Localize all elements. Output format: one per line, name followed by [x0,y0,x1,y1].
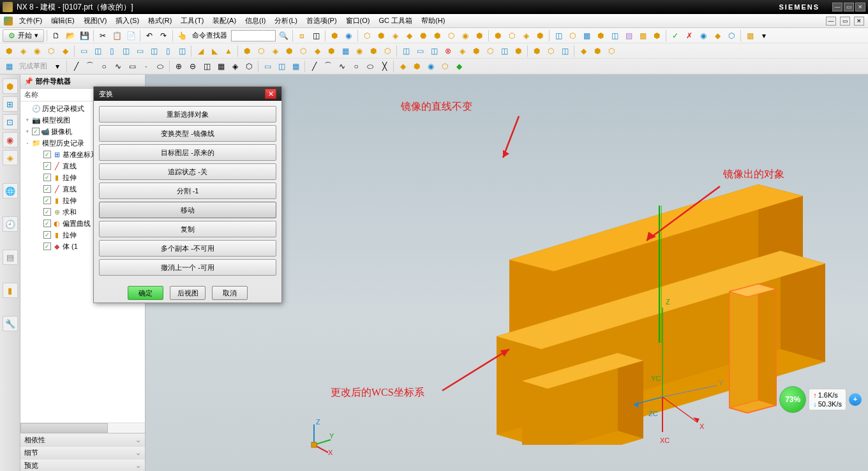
tb-icon[interactable]: ⬢ [512,45,525,57]
tb-icon[interactable]: ▯ [161,45,174,57]
dialog-option-button[interactable]: 撤消上一个 -可用 [99,259,276,276]
tb-icon[interactable]: ⬡ [361,29,373,42]
tb-icon[interactable]: ◢ [194,45,207,57]
tb-icon[interactable]: ▭ [261,60,274,73]
spline-icon[interactable]: ∿ [112,60,124,73]
nav-constraint-icon[interactable]: ⊡ [3,114,18,130]
tb-icon[interactable]: ⬡ [566,29,579,42]
tb-icon[interactable]: ⊕ [172,60,185,73]
tb-icon[interactable]: ▦ [744,29,756,42]
tb-icon[interactable]: ⬢ [591,45,604,57]
tb-icon[interactable]: ◈ [456,45,468,57]
dialog-back-button[interactable]: 后视图 [170,286,206,300]
tb-icon[interactable]: ◈ [17,45,29,57]
tb-icon[interactable]: ⬡ [381,45,394,57]
redo-icon[interactable]: ↷ [157,29,170,42]
menu-assembly[interactable]: 装配(A) [210,15,239,27]
checkbox-icon[interactable]: ✓ [43,162,51,170]
paste-icon[interactable]: 📄 [124,29,137,42]
tb-icon[interactable]: ⬢ [650,29,663,42]
tb-icon[interactable]: ⬢ [410,60,423,73]
menu-file[interactable]: 文件(F) [17,15,45,27]
tb-icon[interactable]: ◫ [91,45,104,57]
tb-icon[interactable]: ⬡ [605,45,618,57]
nav-reuse-icon[interactable]: ◉ [3,132,18,147]
tb-icon[interactable]: ▦ [214,60,227,73]
open-icon[interactable]: 📂 [64,29,77,42]
pin-icon[interactable]: 📌 [24,77,33,86]
save-icon[interactable]: 💾 [78,29,91,42]
tb-icon[interactable]: ╳ [378,60,391,73]
tb-icon[interactable]: ▲ [222,45,235,57]
tb-icon[interactable]: ◉ [353,45,366,57]
search-icon[interactable]: 🔍 [277,29,290,42]
dialog-option-button[interactable]: 变换类型 -镜像线 [99,125,276,142]
nav-browser-icon[interactable]: 🌐 [3,183,18,198]
mdi-minimize-button[interactable]: — [826,17,836,26]
tb-icon[interactable]: ◣ [208,45,221,57]
tb-icon[interactable]: ▭ [77,45,90,57]
tb-icon[interactable]: ◫ [558,45,571,57]
cube-icon[interactable]: ⧈ [296,29,308,42]
tb-icon[interactable]: ▯ [105,45,118,57]
checkbox-icon[interactable]: ✓ [43,174,51,181]
point-icon[interactable]: · [140,60,153,73]
undo-icon[interactable]: ↶ [143,29,156,42]
menu-help[interactable]: 帮助(H) [419,15,447,27]
tb-icon[interactable]: ◈ [389,29,401,42]
tb-icon[interactable]: ⬢ [367,45,380,57]
tb-icon[interactable]: ⬢ [534,29,546,42]
tb-icon[interactable]: ⌒ [322,60,334,73]
dialog-option-button[interactable]: 重新选择对象 [99,106,276,123]
touch-icon[interactable]: 👆 [176,29,188,42]
tb-icon[interactable]: ╱ [308,60,320,73]
tb-icon[interactable]: ⬢ [325,45,338,57]
tb-icon[interactable]: ⬡ [438,60,451,73]
tb-icon[interactable]: ⬢ [328,29,341,42]
menu-insert[interactable]: 插入(S) [113,15,142,27]
checkbox-icon[interactable]: ✓ [43,185,51,193]
arc-icon[interactable]: ⌒ [84,60,96,73]
tb-icon[interactable]: ⬢ [283,45,296,57]
tb-icon[interactable]: ⬢ [473,29,486,42]
dialog-option-button[interactable]: 移动 [99,202,276,218]
dialog-ok-button[interactable]: 确定 [128,286,163,300]
tb-icon[interactable]: ⬡ [544,45,557,57]
menu-gctoolbox[interactable]: GC 工具箱 [376,15,415,27]
tb-icon[interactable]: ▦ [289,60,302,73]
tb-icon[interactable]: ⬢ [3,45,15,57]
checkbox-icon[interactable]: ✓ [43,151,51,158]
tb-icon[interactable]: ◫ [428,45,440,57]
sketch-icon[interactable]: ▦ [3,60,15,73]
rect-icon[interactable]: ▭ [126,60,138,73]
tb-icon[interactable]: ⬡ [297,45,310,57]
tb-icon[interactable]: ⬢ [241,45,253,57]
tb-icon[interactable]: ⬡ [725,29,738,42]
tb-icon[interactable]: ⊗ [442,45,454,57]
tb-icon[interactable]: ⬡ [45,45,57,57]
nav-roles-icon[interactable]: ▤ [3,250,18,265]
tb-icon[interactable]: ◆ [59,45,71,57]
tb-icon[interactable]: ⬢ [491,29,504,42]
tb-icon[interactable]: ◆ [311,45,324,57]
checkbox-icon[interactable]: ✓ [43,243,51,250]
ellipse-icon[interactable]: ⬭ [154,60,167,73]
menu-window[interactable]: 窗口(O) [343,15,373,27]
tb-icon[interactable]: ⬢ [431,29,444,42]
tb-icon[interactable]: ⊖ [186,60,199,73]
tb-icon[interactable]: ▤ [622,29,635,42]
tb-icon[interactable]: ◫ [608,29,621,42]
net-plus-button[interactable]: + [849,393,862,406]
dialog-cancel-button[interactable]: 取消 [212,286,248,300]
tb-icon[interactable]: ◫ [147,45,160,57]
tb-icon[interactable]: ▦ [339,45,352,57]
tb-icon[interactable]: ◆ [577,45,590,57]
new-icon[interactable]: 🗋 [50,29,63,42]
close-button[interactable]: ✕ [855,3,865,11]
cmd-finder-input[interactable] [231,30,276,41]
tb-icon[interactable]: ○ [350,60,363,73]
tb-icon[interactable]: ▾ [758,29,770,42]
circle-icon[interactable]: ○ [98,60,110,73]
tb-icon[interactable]: ⬢ [594,29,607,42]
mdi-restore-button[interactable]: ▭ [840,17,850,26]
